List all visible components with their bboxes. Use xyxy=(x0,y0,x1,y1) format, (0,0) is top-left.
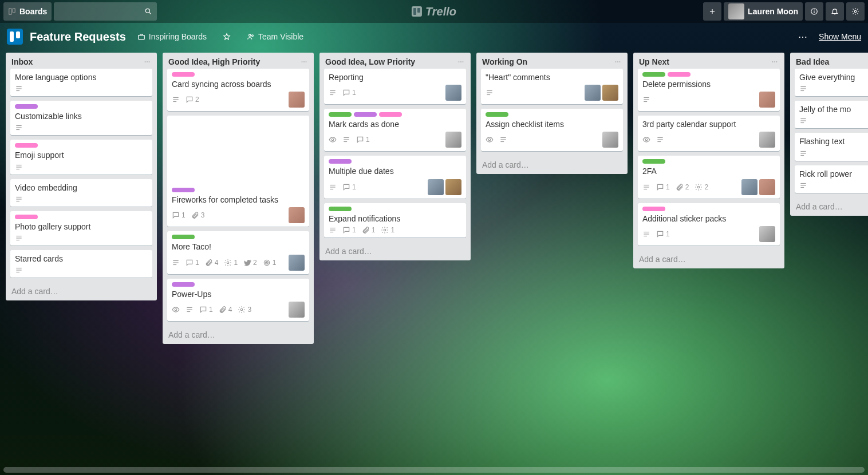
add-card-button[interactable]: Add a card… xyxy=(476,156,628,174)
member-avatar[interactable] xyxy=(428,179,444,195)
card[interactable]: Give everything xyxy=(795,69,868,96)
member-avatar[interactable] xyxy=(759,179,775,195)
list-title[interactable]: Inbox xyxy=(11,57,143,66)
svg-point-83 xyxy=(776,61,778,62)
card[interactable]: 2FA122 xyxy=(638,156,780,198)
label-green[interactable] xyxy=(486,112,508,117)
badge-desc xyxy=(329,183,337,191)
card[interactable]: Multiple due dates1 xyxy=(324,156,466,198)
card[interactable]: Fireworks for completed tasks13 xyxy=(167,116,309,227)
horizontal-scrollbar[interactable] xyxy=(3,467,865,473)
card-members xyxy=(289,207,305,223)
board-title[interactable]: Feature Requests xyxy=(30,30,126,43)
boards-button[interactable]: Boards xyxy=(3,2,52,21)
list-title[interactable]: Bad Idea xyxy=(796,57,868,66)
card[interactable]: Customizable links xyxy=(10,101,152,135)
user-menu[interactable]: Lauren Moon xyxy=(724,2,803,21)
card[interactable]: Video embedding xyxy=(10,179,152,207)
list-menu-icon[interactable] xyxy=(771,58,779,66)
show-menu-button[interactable]: Show Menu xyxy=(819,32,861,41)
list-title[interactable]: Up Next xyxy=(639,57,771,66)
card[interactable]: More Taco!14121 xyxy=(167,231,309,274)
svg-point-55 xyxy=(460,61,461,62)
member-avatar[interactable] xyxy=(289,207,305,223)
add-card-button[interactable]: Add a card… xyxy=(6,282,157,300)
label-purple[interactable] xyxy=(172,282,195,287)
list-title[interactable]: Working On xyxy=(482,57,614,66)
member-avatar[interactable] xyxy=(602,85,618,101)
search-input[interactable] xyxy=(54,2,157,21)
label-green[interactable] xyxy=(642,72,665,77)
visibility-button[interactable]: Team Visible xyxy=(242,30,308,43)
card[interactable]: Expand notifications111 xyxy=(324,203,466,238)
member-avatar[interactable] xyxy=(759,132,775,148)
member-avatar[interactable] xyxy=(759,92,775,108)
member-avatar[interactable] xyxy=(445,132,461,148)
member-avatar[interactable] xyxy=(289,255,305,271)
team-label: Inspiring Boards xyxy=(149,32,207,41)
card[interactable]: Flashing text xyxy=(795,133,868,160)
card[interactable]: Delete permissions xyxy=(638,69,780,111)
list-menu-icon[interactable] xyxy=(457,58,465,66)
label-purple[interactable] xyxy=(354,112,377,117)
team-button[interactable]: Inspiring Boards xyxy=(133,30,211,43)
badge-eye xyxy=(486,136,494,144)
label-green[interactable] xyxy=(642,159,665,164)
badge-desc xyxy=(642,230,650,238)
card[interactable]: Reporting1 xyxy=(324,69,466,104)
trello-logo[interactable]: Trello xyxy=(412,5,456,18)
label-pink[interactable] xyxy=(15,215,38,219)
add-card-button[interactable]: Add a card… xyxy=(790,197,868,216)
label-pink[interactable] xyxy=(172,72,195,77)
card[interactable]: Power-Ups143 xyxy=(167,279,309,321)
label-pink[interactable] xyxy=(668,72,691,77)
card-labels xyxy=(172,235,305,239)
board-canvas[interactable]: InboxMore language optionsCustomizable l… xyxy=(0,50,868,475)
info-icon xyxy=(810,7,818,15)
member-avatar[interactable] xyxy=(602,132,618,148)
card[interactable]: Assign checklist items xyxy=(481,109,623,151)
card[interactable]: Mark cards as done1 xyxy=(324,109,466,151)
member-avatar[interactable] xyxy=(445,85,461,101)
card[interactable]: Starred cards xyxy=(10,250,152,278)
label-green[interactable] xyxy=(329,112,352,117)
label-pink[interactable] xyxy=(642,207,665,211)
info-button[interactable] xyxy=(805,2,823,21)
member-avatar[interactable] xyxy=(759,226,775,242)
member-avatar[interactable] xyxy=(289,302,305,318)
label-green[interactable] xyxy=(172,235,195,239)
member-avatar[interactable] xyxy=(289,92,305,108)
add-card-button[interactable]: Add a card… xyxy=(163,326,314,344)
card[interactable]: Jelly of the mo xyxy=(795,101,868,128)
add-card-button[interactable]: Add a card… xyxy=(633,250,784,268)
svg-point-37 xyxy=(303,61,305,62)
list-menu-icon[interactable] xyxy=(143,58,151,66)
card[interactable]: Card syncing across boards2 xyxy=(167,69,309,111)
card[interactable]: 3rd party calendar support xyxy=(638,116,780,151)
card[interactable]: "Heart" comments xyxy=(481,69,623,104)
list-title[interactable]: Good Idea, Low Priority xyxy=(325,57,457,66)
card[interactable]: Emoji support xyxy=(10,140,152,174)
star-button[interactable] xyxy=(218,30,235,43)
bell-icon xyxy=(831,7,839,15)
card[interactable]: Rick roll power xyxy=(795,165,868,193)
member-avatar[interactable] xyxy=(741,179,757,195)
label-purple[interactable] xyxy=(329,159,352,164)
card[interactable]: More language options xyxy=(10,69,152,96)
label-green[interactable] xyxy=(329,207,352,211)
label-pink[interactable] xyxy=(15,143,38,148)
create-button[interactable] xyxy=(703,2,721,21)
label-purple[interactable] xyxy=(15,104,38,109)
label-pink[interactable] xyxy=(379,112,402,117)
card[interactable]: Additional sticker packs1 xyxy=(638,203,780,246)
label-purple[interactable] xyxy=(172,188,195,192)
card[interactable]: Photo gallery support xyxy=(10,211,152,246)
list-menu-icon[interactable] xyxy=(614,58,622,66)
notifications-button[interactable] xyxy=(826,2,844,21)
list-title[interactable]: Good Idea, High Priority xyxy=(168,57,300,66)
add-card-button[interactable]: Add a card… xyxy=(319,242,471,260)
member-avatar[interactable] xyxy=(585,85,601,101)
member-avatar[interactable] xyxy=(445,179,461,195)
settings-button[interactable] xyxy=(846,2,865,21)
list-menu-icon[interactable] xyxy=(300,58,308,66)
